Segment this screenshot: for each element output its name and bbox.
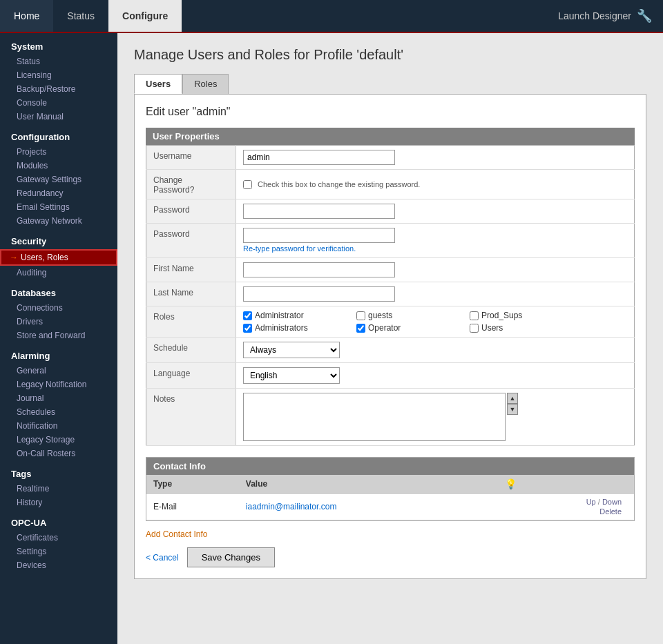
launch-designer-button[interactable]: Launch Designer 🔧 <box>547 0 663 32</box>
sidebar-item-legacy-storage[interactable]: Legacy Storage <box>0 433 117 447</box>
user-properties-header: User Properties <box>146 128 635 145</box>
change-password-label: ChangePassword? <box>146 170 236 199</box>
sidebar-section-configuration: Configuration <box>0 124 117 145</box>
contact-info-section: Contact Info Type Value 💡 E-Ma <box>146 457 635 521</box>
role-operator[interactable]: Operator <box>356 323 453 333</box>
last-name-cell <box>236 282 635 306</box>
sidebar-item-auditing[interactable]: Auditing <box>0 266 117 280</box>
sidebar-item-drivers[interactable]: Drivers <box>0 315 117 329</box>
first-name-input[interactable] <box>243 262 395 277</box>
sidebar-item-user-manual[interactable]: User Manual <box>0 110 117 124</box>
add-contact-link[interactable]: Add Contact Info <box>146 529 207 539</box>
roles-cell: Administrator guests Prod_Sups <box>236 306 635 338</box>
language-select[interactable]: English French Spanish <box>243 367 340 384</box>
sidebar-item-certificates[interactable]: Certificates <box>0 531 117 545</box>
tab-users[interactable]: Users <box>134 74 182 94</box>
role-operator-checkbox[interactable] <box>356 324 365 333</box>
sidebar-item-users-roles-label: Users, Roles <box>21 253 68 262</box>
table-row-roles: Roles Administrator guests <box>146 306 635 338</box>
nav-configure[interactable]: Configure <box>108 0 182 32</box>
sidebar-item-legacy-notification[interactable]: Legacy Notification <box>0 378 117 391</box>
page-title: Manage Users and Roles for Profile 'defa… <box>134 47 646 63</box>
sidebar-item-email-settings[interactable]: Email Settings <box>0 200 117 214</box>
sidebar-item-gateway-settings[interactable]: Gateway Settings <box>0 173 117 186</box>
role-users[interactable]: Users <box>470 323 566 333</box>
sidebar-item-redundancy[interactable]: Redundancy <box>0 186 117 200</box>
sidebar-item-opc-settings[interactable]: Settings <box>0 545 117 558</box>
role-prod-sups-checkbox[interactable] <box>470 311 479 320</box>
notes-textarea[interactable] <box>243 393 506 441</box>
sidebar-item-journal[interactable]: Journal <box>0 391 117 405</box>
sidebar-item-connections[interactable]: Connections <box>0 301 117 315</box>
notes-scroll-down[interactable]: ▼ <box>507 404 518 415</box>
top-nav: Home Status Configure Launch Designer 🔧 <box>0 0 663 33</box>
role-guests-label: guests <box>368 311 392 320</box>
sidebar-item-notification[interactable]: Notification <box>0 419 117 433</box>
sidebar-item-backup-restore[interactable]: Backup/Restore <box>0 82 117 96</box>
contact-row-actions: Up / Down Delete <box>505 498 627 516</box>
sidebar-item-licensing[interactable]: Licensing <box>0 68 117 82</box>
up-down-links: Up / Down <box>586 498 622 506</box>
sidebar-item-gateway-network[interactable]: Gateway Network <box>0 214 117 228</box>
sidebar-item-history[interactable]: History <box>0 496 117 509</box>
role-users-checkbox[interactable] <box>470 324 479 333</box>
nav-status[interactable]: Status <box>53 0 108 32</box>
sidebar-item-on-call-rosters[interactable]: On-Call Rosters <box>0 447 117 460</box>
roles-label: Roles <box>146 306 236 338</box>
sidebar-item-devices[interactable]: Devices <box>0 558 117 572</box>
contact-col-type: Type <box>146 475 239 494</box>
sidebar-item-console[interactable]: Console <box>0 96 117 110</box>
password-confirm-hint: Re-type password for verification. <box>243 244 356 253</box>
roles-row2: Administrators Operator Users <box>243 323 627 333</box>
sidebar-section-tags: Tags <box>0 460 117 482</box>
role-guests[interactable]: guests <box>356 311 453 320</box>
role-guests-checkbox[interactable] <box>356 311 365 320</box>
delete-link[interactable]: Delete <box>599 507 622 516</box>
sidebar-item-modules[interactable]: Modules <box>0 159 117 173</box>
table-row-language: Language English French Spanish <box>146 363 635 389</box>
sidebar-item-schedules[interactable]: Schedules <box>0 405 117 419</box>
change-password-checkbox[interactable] <box>243 180 252 189</box>
role-administrators[interactable]: Administrators <box>243 323 340 333</box>
up-down-separator: / <box>598 498 600 506</box>
sidebar-item-general[interactable]: General <box>0 364 117 378</box>
username-input[interactable] <box>243 150 395 165</box>
sidebar-item-users-roles[interactable]: → Users, Roles <box>0 249 117 266</box>
role-administrators-checkbox[interactable] <box>243 324 252 333</box>
notes-scroll-up[interactable]: ▲ <box>507 393 518 404</box>
nav-spacer <box>182 0 547 32</box>
launch-designer-label: Launch Designer <box>558 10 631 21</box>
password-cell <box>236 199 635 224</box>
sidebar-section-system: System <box>0 33 117 55</box>
up-link[interactable]: Up <box>586 498 596 506</box>
table-row-notes: Notes ▲ ▼ <box>146 389 635 446</box>
role-prod-sups[interactable]: Prod_Sups <box>470 311 566 320</box>
nav-home[interactable]: Home <box>0 0 53 32</box>
tab-roles[interactable]: Roles <box>182 74 229 94</box>
sidebar-item-status[interactable]: Status <box>0 55 117 68</box>
cancel-link[interactable]: < Cancel <box>146 553 179 563</box>
schedule-select[interactable]: Always <box>243 342 340 358</box>
role-administrator-label: Administrator <box>255 311 304 320</box>
password-input[interactable] <box>243 204 395 219</box>
contact-table-header-row: Type Value 💡 <box>146 475 634 494</box>
role-users-label: Users <box>481 323 503 333</box>
schedule-label: Schedule <box>146 338 236 363</box>
password-confirm-input[interactable] <box>243 228 395 243</box>
role-administrators-label: Administrators <box>255 323 308 333</box>
password-confirm-label: Password <box>146 224 236 258</box>
sidebar-item-store-forward[interactable]: Store and Forward <box>0 329 117 342</box>
sidebar-item-realtime[interactable]: Realtime <box>0 482 117 496</box>
save-changes-button[interactable]: Save Changes <box>187 547 275 567</box>
last-name-input[interactable] <box>243 286 395 302</box>
table-row-change-password: ChangePassword? Check this box to change… <box>146 170 635 199</box>
down-link[interactable]: Down <box>602 498 622 506</box>
first-name-label: First Name <box>146 258 236 282</box>
role-administrator[interactable]: Administrator <box>243 311 340 320</box>
first-name-cell <box>236 258 635 282</box>
role-administrator-checkbox[interactable] <box>243 311 252 320</box>
contact-col-value: Value <box>239 475 499 494</box>
sidebar-item-projects[interactable]: Projects <box>0 145 117 159</box>
username-value-cell <box>236 146 635 170</box>
notes-label: Notes <box>146 389 236 446</box>
